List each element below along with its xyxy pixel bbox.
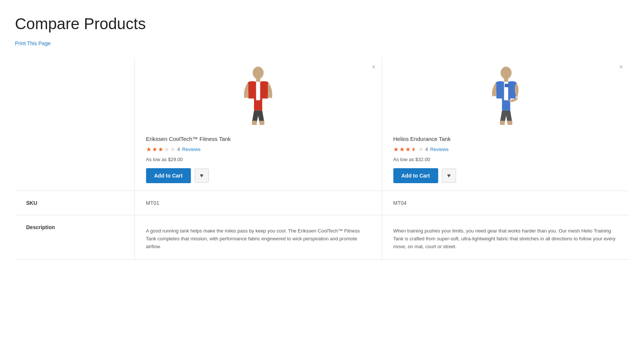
star-2: ★ — [152, 146, 157, 153]
svg-rect-6 — [505, 84, 509, 87]
svg-rect-3 — [260, 121, 264, 125]
heart-icon-2: ♥ — [447, 172, 451, 179]
svg-rect-5 — [504, 78, 508, 82]
svg-rect-2 — [252, 121, 257, 125]
p2-star-2: ★ — [405, 146, 411, 153]
svg-rect-1 — [256, 78, 260, 82]
page-container: Compare Products Print This Page × — [0, 0, 644, 260]
compare-table: × — [15, 58, 629, 260]
svg-point-0 — [253, 67, 263, 79]
p2-star-1: ★ — [399, 146, 405, 153]
description-label: Description — [15, 215, 134, 260]
svg-rect-8 — [508, 121, 513, 125]
p2-star-4: ★ — [418, 146, 423, 153]
description-row: Description A good running tank helps ma… — [15, 215, 629, 260]
product-1-image — [238, 65, 279, 129]
page-title: Compare Products — [15, 15, 629, 33]
product-1-name: Erikssen CoolTech™ Fitness Tank — [146, 136, 371, 142]
product-2-btn-row: Add to Cart ♥ — [393, 168, 618, 183]
product-1-image-wrap — [146, 65, 371, 130]
product-2-reviews-count: 4 — [425, 147, 428, 152]
star-1: ★ — [146, 146, 151, 153]
remove-product-1-button[interactable]: × — [372, 64, 376, 70]
remove-product-2-button[interactable]: × — [619, 64, 623, 70]
product-2-description-cell: When training pushes your limits, you ne… — [382, 215, 629, 260]
product-1-stars: ★ ★ ★ ★ ★ — [146, 146, 175, 153]
p2-star-0: ★ — [393, 146, 399, 153]
product-header-row: × — [15, 58, 629, 191]
product-1-reviews-link[interactable]: Reviews — [182, 147, 201, 152]
product-2-stars: ★★★★★★ — [393, 146, 423, 153]
product-1-rating-row: ★ ★ ★ ★ ★ 4 Reviews — [146, 146, 371, 153]
product-2-image-wrap — [393, 65, 618, 130]
product-1-sku-value: MT01 — [146, 191, 160, 206]
product-2-reviews-link[interactable]: Reviews — [430, 147, 449, 152]
product-2-description: When training pushes your limits, you ne… — [393, 224, 618, 250]
sku-row: SKU MT01 MT04 — [15, 191, 629, 215]
product-1-sku: MT01 — [134, 191, 382, 215]
product-1-add-to-cart-button[interactable]: Add to Cart — [146, 168, 191, 183]
svg-point-4 — [501, 67, 511, 79]
half-star-3: ★★ — [411, 146, 417, 153]
product-1-description-cell: A good running tank helps make the miles… — [134, 215, 382, 260]
product-2-sku: MT04 — [382, 191, 629, 215]
star-4: ★ — [164, 146, 169, 153]
product-1-description: A good running tank helps make the miles… — [146, 224, 371, 250]
heart-icon: ♥ — [200, 172, 204, 179]
product-2-image — [485, 65, 526, 129]
svg-rect-7 — [500, 121, 505, 125]
product-2-rating-row: ★★★★★★ 4 Reviews — [393, 146, 618, 153]
product-2-sku-value: MT04 — [393, 191, 407, 206]
product-1-reviews-count: 4 — [177, 147, 180, 152]
product-1-wishlist-button[interactable]: ♥ — [195, 169, 209, 183]
product-1-header: × — [134, 58, 382, 191]
empty-label-cell — [15, 58, 134, 191]
star-3: ★ — [158, 146, 163, 153]
product-1-btn-row: Add to Cart ♥ — [146, 168, 371, 183]
product-2-add-to-cart-button[interactable]: Add to Cart — [393, 168, 438, 183]
product-2-price: As low as $32.00 — [393, 157, 618, 162]
product-2-name: Helios Endurance Tank — [393, 136, 618, 142]
product-2-wishlist-button[interactable]: ♥ — [442, 169, 456, 183]
product-1-price: As low as $29.00 — [146, 157, 371, 162]
product-2-header: × — [382, 58, 629, 191]
print-link[interactable]: Print This Page — [15, 40, 50, 46]
sku-label: SKU — [15, 191, 134, 215]
star-5: ★ — [170, 146, 175, 153]
